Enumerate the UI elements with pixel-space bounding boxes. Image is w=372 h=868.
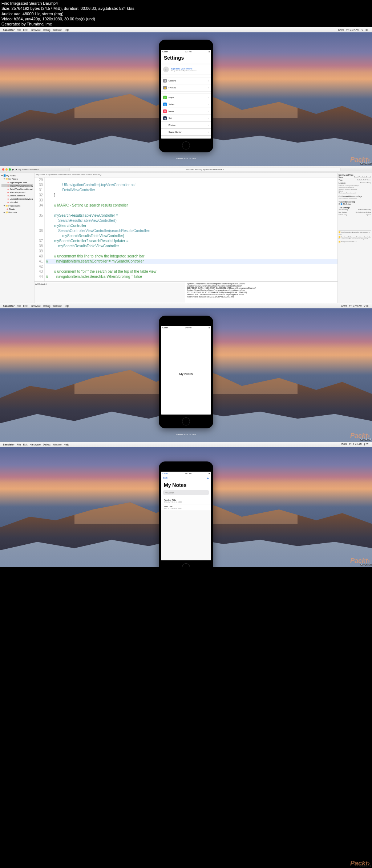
empty-detail-label: My Notes	[161, 329, 211, 415]
page-title: Settings	[161, 53, 211, 62]
settings-row[interactable]: ◎Safari›	[161, 101, 211, 108]
menu-item[interactable]: Edit	[23, 443, 28, 446]
search-input[interactable]: ⚲ Search	[163, 490, 209, 495]
settings-row[interactable]: ●Game Center›	[161, 129, 211, 136]
menu-item[interactable]: Debug	[43, 305, 50, 307]
file-inspector[interactable]: Identity and Type NameMasterViewControll…	[337, 173, 372, 303]
menu-item[interactable]: Window	[53, 29, 62, 31]
window-close-icon[interactable]	[2, 168, 4, 171]
nav-file[interactable]: MasterViewController.swift	[1, 184, 33, 187]
chevron-right-icon: ›	[208, 103, 209, 106]
chevron-right-icon: ›	[208, 96, 209, 99]
menu-item[interactable]: Help	[64, 29, 69, 31]
menu-item[interactable]: File	[17, 305, 21, 307]
home-button[interactable]	[182, 141, 190, 149]
menu-item[interactable]: Window	[53, 305, 62, 307]
jump-bar[interactable]: My Notes > My Notes > MasterViewControll…	[35, 173, 337, 177]
menu-item[interactable]: Hardware	[30, 29, 41, 31]
mac-menubar[interactable]: Simulator File Edit Hardware Debug Windo…	[0, 442, 372, 447]
general-icon: ⚙	[163, 79, 167, 83]
chevron-right-icon: ›	[208, 87, 209, 89]
activity-status: Finished running My Notes on iPhone 8	[69, 168, 341, 171]
siri-icon: ◉	[163, 116, 167, 120]
settings-row[interactable]: ◉Siri›	[161, 115, 211, 122]
menu-item[interactable]: File	[17, 29, 21, 31]
iphone-simulator: < Files 2:41 AM■ Edit + My Notes ⚲ Searc…	[159, 461, 213, 567]
safari-icon: ◎	[163, 103, 167, 106]
file-info-line: Video: h264, yuv420p, 1920x1080, 30.00 f…	[1, 16, 371, 21]
news-icon: N	[163, 109, 167, 113]
clock: Fri 2:37 AM	[346, 28, 359, 31]
game center-icon: ●	[163, 130, 167, 134]
app-menu[interactable]: Simulator	[3, 443, 15, 446]
nav-file[interactable]: Info.plist	[1, 200, 33, 204]
settings-row[interactable]: ✋Privacy›	[161, 84, 211, 91]
menu-item[interactable]: Hardware	[30, 305, 41, 307]
menu-item[interactable]: Help	[64, 305, 69, 307]
nav-file[interactable]: DetailViewController.swift	[1, 187, 33, 191]
nav-file[interactable]: Main.storyboard	[1, 191, 33, 194]
home-button[interactable]	[182, 417, 190, 425]
menu-item[interactable]: File	[17, 443, 21, 446]
video-timestamp: 00:03:57	[360, 438, 371, 441]
spotlight-icon[interactable]: ⚲	[361, 28, 363, 31]
page-title: My Notes	[161, 481, 211, 490]
menu-item[interactable]: Debug	[43, 443, 50, 446]
avatar-icon: ◯	[163, 67, 169, 72]
photos-icon: ❀	[163, 123, 167, 127]
video-timestamp: 00:01:20	[360, 162, 371, 165]
iphone-simulator: Carrier2:40 AM■ My Notes iPhone 8 – iOS …	[159, 316, 213, 428]
menu-item[interactable]: Debug	[43, 29, 50, 31]
settings-row[interactable]: ⚙General›	[161, 77, 211, 84]
file-info-line: Audio: aac, 48000 Hz, stereo (eng)	[1, 11, 371, 16]
stop-button[interactable]: ■	[16, 168, 17, 171]
simulator-label: iPhone 8 – iOS 11.0	[176, 157, 196, 160]
settings-row[interactable]: ➤Maps›	[161, 94, 211, 101]
frame-3-empty-notes: Carrier2:40 AM■ My Notes iPhone 8 – iOS …	[0, 308, 372, 442]
settings-row[interactable]: NNews›	[161, 108, 211, 115]
nav-file[interactable]: Assets.xcassets	[1, 194, 33, 197]
chevron-right-icon: ›	[208, 124, 209, 127]
app-menu[interactable]: Simulator	[3, 29, 15, 31]
mac-menubar[interactable]: Simulator File Edit Hardware Debug Windo…	[0, 27, 372, 32]
ios-status-bar: Carrier2:40 AM■	[161, 326, 211, 329]
settings-row[interactable]: ❀Photos›	[161, 122, 211, 129]
xcode-toolbar: ▶ ■ My Notes > iPhone 8 Finished running…	[0, 166, 372, 173]
debug-console[interactable]: All Output ◇ SystemGroup/com.apple.confi…	[35, 281, 337, 303]
add-button[interactable]: +	[207, 476, 209, 480]
file-info-header: File: Integrated Search Bar.mp4 Size: 25…	[0, 0, 372, 27]
scheme-selector[interactable]: My Notes > iPhone 8	[19, 168, 39, 171]
chevron-right-icon: ›	[208, 117, 209, 120]
nav-file[interactable]: LaunchScreen.storyboard	[1, 197, 33, 200]
signin-subtitle: Set up iCloud, the App Store, and more.	[171, 70, 197, 72]
menu-item[interactable]: Edit	[23, 29, 28, 31]
file-info-line: Generated by Thumbnail me	[1, 21, 371, 27]
menu-item[interactable]: Help	[64, 443, 69, 446]
home-button[interactable]	[182, 563, 190, 567]
maps-icon: ➤	[163, 96, 167, 99]
code-editor[interactable]: 29303132333435363738394041424344 UINavig…	[35, 177, 337, 281]
back-button[interactable]: < Files	[162, 472, 168, 475]
mac-menubar[interactable]: Simulator File Edit Hardware Debug Windo…	[0, 303, 372, 308]
menu-item[interactable]: Hardware	[30, 443, 41, 446]
app-menu[interactable]: Simulator	[3, 305, 15, 307]
privacy-icon: ✋	[163, 86, 167, 89]
window-zoom-icon[interactable]	[9, 168, 11, 171]
note-row[interactable]: Test Title2017-10-27 06:40:58 +0000	[161, 504, 211, 511]
edit-button[interactable]: Edit	[163, 476, 167, 480]
window-minimize-icon[interactable]	[5, 168, 8, 171]
ios-status-bar: Carrier 2:37 AM ■	[161, 50, 211, 53]
chevron-right-icon: ›	[208, 110, 209, 113]
notif-icon[interactable]: ☰	[365, 28, 368, 31]
menu-item[interactable]: Edit	[23, 305, 28, 307]
menu-item[interactable]: Window	[53, 443, 62, 446]
iphone-simulator: Carrier 2:37 AM ■ Settings ◯ Sign in to …	[159, 40, 213, 152]
run-button[interactable]: ▶	[12, 168, 14, 171]
file-info-line: Size: 25764192 bytes (24.57 MiB), durati…	[1, 6, 371, 11]
project-navigator[interactable]: ▾ 📘 My Notes ▾ 📁 My Notes AppDelegate.sw…	[0, 173, 35, 303]
battery-text: 100%	[337, 28, 344, 31]
note-row[interactable]: Another Title2017-10-27 06:41:13 +0000	[161, 498, 211, 504]
nav-file[interactable]: AppDelegate.swift	[1, 181, 33, 184]
signin-row[interactable]: ◯ Sign in to your iPhone Set up iCloud, …	[161, 64, 211, 75]
file-info-line: File: Integrated Search Bar.mp4	[1, 1, 371, 6]
